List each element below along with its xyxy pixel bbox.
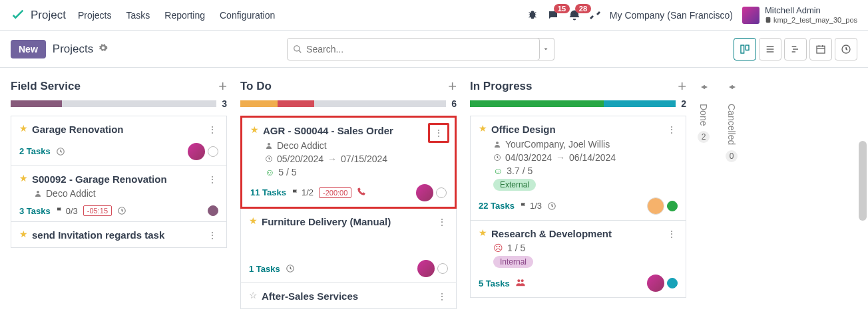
- milestone-indicator[interactable]: 1/3: [520, 201, 542, 211]
- column-title[interactable]: To Do: [240, 80, 272, 93]
- view-gantt-button[interactable]: [784, 38, 807, 60]
- new-button[interactable]: New: [11, 40, 46, 58]
- assignee-avatar[interactable]: [416, 184, 433, 201]
- column-progress-bar[interactable]: [470, 100, 676, 107]
- milestone-indicator[interactable]: 0/3: [56, 206, 78, 216]
- column-title[interactable]: In Progress: [470, 80, 533, 93]
- messages-badge: 15: [554, 4, 570, 13]
- people-icon[interactable]: [515, 277, 526, 290]
- project-card[interactable]: ★ Office Design ⋮ YourCompany, Joel Will…: [470, 116, 686, 221]
- assignee-avatar[interactable]: [417, 260, 435, 277]
- project-card[interactable]: ★ send Invitation regards task ⋮: [11, 222, 227, 248]
- card-menu-button[interactable]: ⋮: [433, 288, 451, 304]
- column-add-button[interactable]: +: [678, 78, 686, 95]
- column-count: 3: [222, 98, 227, 109]
- tasks-count[interactable]: 3 Tasks: [19, 206, 51, 216]
- company-selector[interactable]: My Company (San Francisco): [610, 10, 733, 21]
- activities-button[interactable]: 28: [568, 9, 580, 21]
- status-dot[interactable]: [667, 278, 678, 288]
- view-kanban-button[interactable]: [734, 38, 756, 60]
- project-card[interactable]: ★ Research & Development ⋮ ☹1 / 5 Intern…: [470, 221, 686, 298]
- tasks-count[interactable]: 5 Tasks: [479, 279, 510, 288]
- star-icon[interactable]: ★: [250, 124, 259, 135]
- tasks-count[interactable]: 2 Tasks: [19, 146, 51, 156]
- status-dot[interactable]: [667, 201, 678, 211]
- assignee-avatar[interactable]: [647, 275, 664, 292]
- column-count: 2: [681, 98, 686, 109]
- phone-icon[interactable]: [357, 187, 366, 198]
- star-icon[interactable]: ★: [249, 215, 258, 226]
- systray: 15 28 My Company (San Francisco) Mitchel…: [527, 5, 857, 25]
- search-box[interactable]: [287, 38, 540, 60]
- folded-count: 0: [726, 150, 738, 162]
- column-progress-bar[interactable]: [11, 100, 216, 107]
- tasks-count[interactable]: 11 Tasks: [250, 187, 286, 197]
- folded-column-cancelled[interactable]: ◂▸ Cancelled 0: [721, 74, 742, 162]
- menu-tasks[interactable]: Tasks: [126, 10, 150, 21]
- project-card[interactable]: ★ S00092 - Garage Renovation ⋮ Deco Addi…: [11, 166, 227, 223]
- search-input[interactable]: [306, 44, 534, 55]
- partner-name: Deco Addict: [46, 188, 96, 199]
- user-info: Mitchell Admin kmp_2_test_may_30_pos: [765, 5, 857, 25]
- tools-icon[interactable]: [590, 10, 600, 21]
- expand-icon: ◂▸: [701, 74, 706, 98]
- status-dot[interactable]: [437, 263, 448, 274]
- card-menu-button[interactable]: ⋮: [663, 226, 680, 242]
- clock-icon[interactable]: [547, 201, 556, 211]
- smile-icon: ☺: [493, 166, 503, 176]
- card-title: Garage Renovation: [32, 123, 124, 136]
- view-calendar-button[interactable]: [809, 38, 832, 60]
- scrollbar[interactable]: [859, 141, 867, 221]
- user-avatar: [742, 7, 760, 24]
- project-card[interactable]: ☆ After-Sales Services ⋮: [240, 283, 457, 309]
- gear-icon[interactable]: [99, 43, 108, 56]
- project-card[interactable]: ★ Garage Renovation ⋮ 2 Tasks: [11, 116, 227, 166]
- card-menu-button[interactable]: ⋮: [433, 214, 451, 230]
- assignee-avatar[interactable]: [647, 197, 664, 215]
- menu-reporting[interactable]: Reporting: [164, 10, 205, 21]
- card-menu-button[interactable]: ⋮: [428, 123, 449, 143]
- star-icon[interactable]: ☆: [249, 290, 258, 300]
- status-dot[interactable]: [436, 187, 447, 198]
- column-progress-bar[interactable]: [240, 100, 446, 107]
- menu-projects[interactable]: Projects: [78, 10, 112, 21]
- clock-icon[interactable]: [56, 147, 65, 156]
- star-icon[interactable]: ★: [19, 123, 28, 134]
- project-card[interactable]: ★ AGR - S00044 - Sales Order ⋮ Deco Addi…: [240, 116, 457, 209]
- star-icon[interactable]: ★: [19, 229, 28, 239]
- tasks-count[interactable]: 22 Tasks: [479, 201, 515, 211]
- user-menu[interactable]: Mitchell Admin kmp_2_test_may_30_pos: [742, 5, 857, 25]
- clock-icon[interactable]: [117, 206, 126, 215]
- folded-column-done[interactable]: ◂▸ Done 2: [693, 74, 714, 162]
- clock-icon[interactable]: [286, 264, 295, 273]
- column-add-button[interactable]: +: [448, 78, 457, 95]
- bug-icon[interactable]: [527, 10, 538, 21]
- status-dot[interactable]: [208, 146, 218, 157]
- project-card[interactable]: ★ Furniture Delivery (Manual) ⋮ 1 Tasks: [240, 209, 457, 284]
- star-icon[interactable]: ★: [479, 227, 487, 238]
- column-field-service: Field Service + 3 ★ Garage Renovation ⋮ …: [4, 74, 234, 248]
- assignee-avatar[interactable]: [188, 143, 205, 160]
- column-title[interactable]: Field Service: [11, 80, 81, 93]
- tag-pill: Internal: [493, 256, 533, 268]
- card-title: send Invitation regards task: [32, 229, 164, 242]
- card-menu-button[interactable]: ⋮: [204, 122, 221, 138]
- star-icon[interactable]: ★: [479, 123, 487, 134]
- star-icon[interactable]: ★: [19, 173, 28, 183]
- search-dropdown[interactable]: [537, 38, 554, 60]
- partner-name: YourCompany, Joel Willis: [505, 139, 610, 150]
- menu-configuration[interactable]: Configuration: [220, 10, 275, 21]
- app-brand[interactable]: Project: [11, 8, 66, 23]
- messages-button[interactable]: 15: [547, 9, 559, 21]
- card-menu-button[interactable]: ⋮: [663, 122, 680, 138]
- card-menu-button[interactable]: ⋮: [204, 171, 221, 187]
- card-menu-button[interactable]: ⋮: [204, 227, 221, 243]
- column-add-button[interactable]: +: [218, 78, 227, 95]
- rating-value: 5 / 5: [278, 167, 296, 177]
- status-dot[interactable]: [208, 205, 218, 216]
- view-list-button[interactable]: [759, 38, 781, 60]
- view-activity-button[interactable]: [835, 38, 857, 60]
- tasks-count[interactable]: 1 Tasks: [249, 264, 280, 274]
- app-name: Project: [31, 9, 66, 22]
- milestone-indicator[interactable]: 1/2: [292, 187, 314, 197]
